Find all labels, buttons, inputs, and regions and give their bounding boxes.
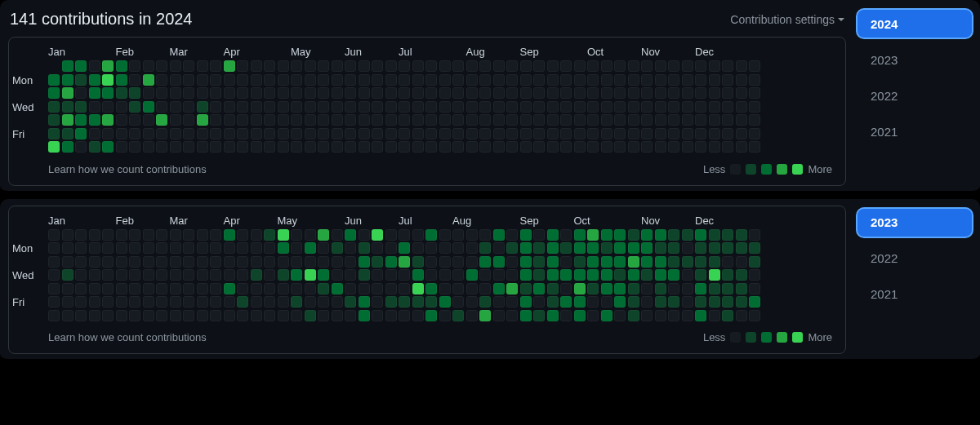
contribution-cell[interactable] [345,114,356,126]
contribution-cell[interactable] [722,114,733,126]
contribution-cell[interactable] [614,283,626,294]
contribution-cell[interactable] [628,310,639,321]
contribution-cell[interactable] [709,60,720,72]
contribution-cell[interactable] [614,141,626,153]
contribution-cell[interactable] [197,310,208,321]
contribution-cell[interactable] [385,229,397,241]
contribution-cell[interactable] [520,283,532,294]
contribution-cell[interactable] [48,256,60,268]
contribution-cell[interactable] [264,114,275,126]
contribution-cell[interactable] [479,74,491,86]
year-filter-2022[interactable]: 2022 [858,82,972,109]
contribution-cell[interactable] [439,242,451,254]
contribution-cell[interactable] [197,60,208,72]
contribution-cell[interactable] [332,296,343,308]
contribution-cell[interactable] [62,310,74,321]
contribution-cell[interactable] [560,296,572,308]
contribution-cell[interactable] [506,128,518,139]
contribution-cell[interactable] [224,114,235,126]
contribution-cell[interactable] [668,256,679,268]
contribution-cell[interactable] [372,74,383,86]
contribution-cell[interactable] [520,310,532,321]
contribution-cell[interactable] [305,283,316,294]
contribution-cell[interactable] [668,310,679,321]
contribution-cell[interactable] [628,114,639,126]
contribution-cell[interactable] [291,74,302,86]
contribution-cell[interactable] [560,283,572,294]
contribution-cell[interactable] [412,256,424,268]
contribution-cell[interactable] [695,114,706,126]
contribution-cell[interactable] [116,114,127,126]
contribution-cell[interactable] [736,74,747,86]
contribution-cell[interactable] [506,87,518,99]
contribution-cell[interactable] [452,141,464,153]
contribution-cell[interactable] [452,101,464,113]
contribution-cell[interactable] [520,269,532,281]
contribution-cell[interactable] [736,310,747,321]
contribution-cell[interactable] [736,242,747,254]
contribution-cell[interactable] [749,114,760,126]
contribution-cell[interactable] [305,256,316,268]
contribution-cell[interactable] [183,141,194,153]
contribution-cell[interactable] [452,74,464,86]
contribution-cell[interactable] [601,101,612,113]
contribution-cell[interactable] [399,296,410,308]
contribution-cell[interactable] [385,296,397,308]
contribution-cell[interactable] [75,256,87,268]
contribution-cell[interactable] [709,141,720,153]
contribution-cell[interactable] [722,296,733,308]
contribution-cell[interactable] [439,256,451,268]
contribution-cell[interactable] [305,101,316,113]
contribution-cell[interactable] [278,256,289,268]
contribution-cell[interactable] [75,242,87,254]
contribution-cell[interactable] [89,269,100,281]
contribution-cell[interactable] [156,296,167,308]
contribution-cell[interactable] [506,283,518,294]
contribution-cell[interactable] [224,283,235,294]
contribution-cell[interactable] [587,283,599,294]
contribution-cell[interactable] [385,310,397,321]
contribution-cell[interactable] [116,256,127,268]
contribution-cell[interactable] [533,101,545,113]
contribution-cell[interactable] [668,242,679,254]
contribution-cell[interactable] [210,101,221,113]
contribution-cell[interactable] [210,114,221,126]
contribution-cell[interactable] [641,128,653,139]
contribution-cell[interactable] [533,242,545,254]
contribution-cell[interactable] [183,256,194,268]
contribution-cell[interactable] [264,256,275,268]
year-filter-2023[interactable]: 2023 [858,209,972,237]
contribution-cell[interactable] [399,269,410,281]
contribution-cell[interactable] [359,256,370,268]
contribution-cell[interactable] [385,60,397,72]
contribution-cell[interactable] [156,242,167,254]
contribution-cell[interactable] [601,229,612,241]
contribution-cell[interactable] [345,283,356,294]
contribution-cell[interactable] [197,296,208,308]
contribution-cell[interactable] [479,141,491,153]
contribution-cell[interactable] [466,87,478,99]
contribution-cell[interactable] [372,114,383,126]
contribution-cell[interactable] [560,256,572,268]
contribution-cell[interactable] [587,114,599,126]
contribution-cell[interactable] [372,310,383,321]
contribution-cell[interactable] [722,256,733,268]
contribution-cell[interactable] [628,74,639,86]
contribution-cell[interactable] [359,242,370,254]
contribution-cell[interactable] [628,128,639,139]
contribution-cell[interactable] [129,229,140,241]
contribution-cell[interactable] [385,141,397,153]
contribution-cell[interactable] [224,87,235,99]
contribution-cell[interactable] [237,74,248,86]
contribution-cell[interactable] [183,114,194,126]
contribution-cell[interactable] [466,74,478,86]
contribution-cell[interactable] [641,87,653,99]
contribution-cell[interactable] [722,269,733,281]
contribution-cell[interactable] [224,242,235,254]
contribution-cell[interactable] [574,101,586,113]
contribution-cell[interactable] [305,87,316,99]
contribution-cell[interactable] [75,141,87,153]
contribution-cell[interactable] [372,60,383,72]
contribution-cell[interactable] [116,141,127,153]
contribution-cell[interactable] [278,128,289,139]
